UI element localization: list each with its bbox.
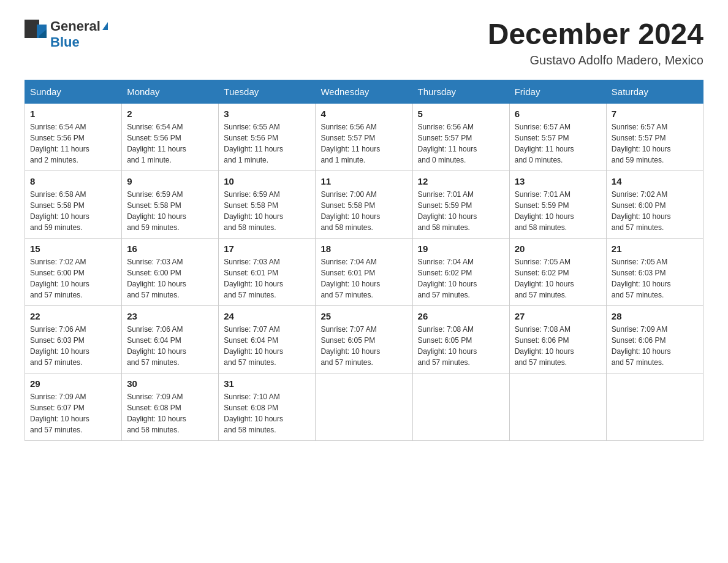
calendar-cell <box>509 373 606 440</box>
logo-general-text: General <box>50 18 100 34</box>
day-info: Sunrise: 6:56 AM Sunset: 5:57 PM Dayligh… <box>418 121 504 166</box>
day-info: Sunrise: 6:56 AM Sunset: 5:57 PM Dayligh… <box>320 121 407 166</box>
day-info: Sunrise: 7:09 AM Sunset: 6:08 PM Dayligh… <box>127 391 213 435</box>
day-number: 22 <box>30 311 116 321</box>
location-title: Gustavo Adolfo Madero, Mexico <box>488 53 703 67</box>
day-number: 13 <box>515 176 601 186</box>
logo-blue-text: Blue <box>50 34 80 50</box>
calendar-cell: 22 Sunrise: 7:06 AM Sunset: 6:03 PM Dayl… <box>25 305 122 373</box>
calendar-cell <box>316 373 412 440</box>
calendar-week-row: 1 Sunrise: 6:54 AM Sunset: 5:56 PM Dayli… <box>25 103 703 170</box>
day-info: Sunrise: 6:59 AM Sunset: 5:58 PM Dayligh… <box>224 189 310 233</box>
calendar-cell: 7 Sunrise: 6:57 AM Sunset: 5:57 PM Dayli… <box>606 103 703 170</box>
day-info: Sunrise: 7:01 AM Sunset: 5:59 PM Dayligh… <box>418 189 504 233</box>
day-info: Sunrise: 7:08 AM Sunset: 6:06 PM Dayligh… <box>515 324 601 368</box>
calendar-table: SundayMondayTuesdayWednesdayThursdayFrid… <box>25 80 703 441</box>
calendar-cell: 13 Sunrise: 7:01 AM Sunset: 5:59 PM Dayl… <box>509 170 606 238</box>
day-number: 17 <box>224 243 310 254</box>
logo: General Blue <box>25 18 108 51</box>
calendar-cell: 25 Sunrise: 7:07 AM Sunset: 6:05 PM Dayl… <box>316 305 412 373</box>
calendar-cell: 3 Sunrise: 6:55 AM Sunset: 5:56 PM Dayli… <box>219 103 316 170</box>
day-info: Sunrise: 7:00 AM Sunset: 5:58 PM Dayligh… <box>320 189 407 233</box>
col-header-tuesday: Tuesday <box>219 80 316 103</box>
calendar-cell: 1 Sunrise: 6:54 AM Sunset: 5:56 PM Dayli… <box>25 103 122 170</box>
logo-icon <box>25 20 47 49</box>
day-info: Sunrise: 6:55 AM Sunset: 5:56 PM Dayligh… <box>224 121 310 166</box>
calendar-cell: 30 Sunrise: 7:09 AM Sunset: 6:08 PM Dayl… <box>122 373 219 440</box>
day-number: 29 <box>30 378 116 389</box>
day-info: Sunrise: 7:05 AM Sunset: 6:02 PM Dayligh… <box>515 256 601 301</box>
calendar-cell: 17 Sunrise: 7:03 AM Sunset: 6:01 PM Dayl… <box>219 238 316 305</box>
title-section: December 2024 Gustavo Adolfo Madero, Mex… <box>488 18 703 67</box>
calendar-cell: 6 Sunrise: 6:57 AM Sunset: 5:57 PM Dayli… <box>509 103 606 170</box>
col-header-saturday: Saturday <box>606 80 703 103</box>
day-info: Sunrise: 7:08 AM Sunset: 6:05 PM Dayligh… <box>418 324 504 368</box>
calendar-week-row: 15 Sunrise: 7:02 AM Sunset: 6:00 PM Dayl… <box>25 238 703 305</box>
day-number: 9 <box>127 176 213 186</box>
calendar-week-row: 29 Sunrise: 7:09 AM Sunset: 6:07 PM Dayl… <box>25 373 703 440</box>
day-number: 25 <box>320 311 407 321</box>
day-number: 2 <box>127 109 213 119</box>
col-header-monday: Monday <box>122 80 219 103</box>
calendar-header-row: SundayMondayTuesdayWednesdayThursdayFrid… <box>25 80 703 103</box>
calendar-cell: 20 Sunrise: 7:05 AM Sunset: 6:02 PM Dayl… <box>509 238 606 305</box>
day-number: 24 <box>224 311 310 321</box>
day-info: Sunrise: 7:05 AM Sunset: 6:03 PM Dayligh… <box>612 256 698 301</box>
day-number: 23 <box>127 311 213 321</box>
day-number: 28 <box>612 311 698 321</box>
calendar-week-row: 8 Sunrise: 6:58 AM Sunset: 5:58 PM Dayli… <box>25 170 703 238</box>
day-number: 27 <box>515 311 601 321</box>
calendar-cell: 23 Sunrise: 7:06 AM Sunset: 6:04 PM Dayl… <box>122 305 219 373</box>
day-number: 6 <box>515 109 601 119</box>
day-info: Sunrise: 7:07 AM Sunset: 6:05 PM Dayligh… <box>320 324 407 368</box>
day-info: Sunrise: 6:54 AM Sunset: 5:56 PM Dayligh… <box>30 121 116 166</box>
calendar-cell <box>606 373 703 440</box>
day-info: Sunrise: 7:07 AM Sunset: 6:04 PM Dayligh… <box>224 324 310 368</box>
page-header: General Blue December 2024 Gustavo Adolf… <box>25 18 703 67</box>
day-info: Sunrise: 7:10 AM Sunset: 6:08 PM Dayligh… <box>224 391 310 435</box>
calendar-cell <box>412 373 509 440</box>
col-header-friday: Friday <box>509 80 606 103</box>
day-info: Sunrise: 6:57 AM Sunset: 5:57 PM Dayligh… <box>515 121 601 166</box>
day-info: Sunrise: 6:54 AM Sunset: 5:56 PM Dayligh… <box>127 121 213 166</box>
calendar-cell: 28 Sunrise: 7:09 AM Sunset: 6:06 PM Dayl… <box>606 305 703 373</box>
day-info: Sunrise: 7:02 AM Sunset: 6:00 PM Dayligh… <box>612 189 698 233</box>
calendar-cell: 18 Sunrise: 7:04 AM Sunset: 6:01 PM Dayl… <box>316 238 412 305</box>
calendar-cell: 19 Sunrise: 7:04 AM Sunset: 6:02 PM Dayl… <box>412 238 509 305</box>
day-number: 12 <box>418 176 504 186</box>
calendar-cell: 11 Sunrise: 7:00 AM Sunset: 5:58 PM Dayl… <box>316 170 412 238</box>
day-number: 4 <box>320 109 407 119</box>
day-info: Sunrise: 7:09 AM Sunset: 6:07 PM Dayligh… <box>30 391 116 435</box>
day-number: 15 <box>30 243 116 254</box>
day-number: 1 <box>30 109 116 119</box>
day-number: 8 <box>30 176 116 186</box>
col-header-sunday: Sunday <box>25 80 122 103</box>
day-info: Sunrise: 6:57 AM Sunset: 5:57 PM Dayligh… <box>612 121 698 166</box>
calendar-cell: 14 Sunrise: 7:02 AM Sunset: 6:00 PM Dayl… <box>606 170 703 238</box>
calendar-cell: 4 Sunrise: 6:56 AM Sunset: 5:57 PM Dayli… <box>316 103 412 170</box>
day-number: 19 <box>418 243 504 254</box>
day-number: 26 <box>418 311 504 321</box>
day-info: Sunrise: 7:03 AM Sunset: 6:01 PM Dayligh… <box>224 256 310 301</box>
calendar-cell: 21 Sunrise: 7:05 AM Sunset: 6:03 PM Dayl… <box>606 238 703 305</box>
day-info: Sunrise: 7:09 AM Sunset: 6:06 PM Dayligh… <box>612 324 698 368</box>
month-title: December 2024 <box>488 18 703 51</box>
calendar-cell: 2 Sunrise: 6:54 AM Sunset: 5:56 PM Dayli… <box>122 103 219 170</box>
day-info: Sunrise: 7:06 AM Sunset: 6:03 PM Dayligh… <box>30 324 116 368</box>
day-number: 31 <box>224 378 310 389</box>
calendar-cell: 12 Sunrise: 7:01 AM Sunset: 5:59 PM Dayl… <box>412 170 509 238</box>
day-number: 7 <box>612 109 698 119</box>
day-info: Sunrise: 6:59 AM Sunset: 5:58 PM Dayligh… <box>127 189 213 233</box>
calendar-cell: 8 Sunrise: 6:58 AM Sunset: 5:58 PM Dayli… <box>25 170 122 238</box>
calendar-week-row: 22 Sunrise: 7:06 AM Sunset: 6:03 PM Dayl… <box>25 305 703 373</box>
day-number: 21 <box>612 243 698 254</box>
calendar-cell: 31 Sunrise: 7:10 AM Sunset: 6:08 PM Dayl… <box>219 373 316 440</box>
calendar-cell: 16 Sunrise: 7:03 AM Sunset: 6:00 PM Dayl… <box>122 238 219 305</box>
calendar-cell: 27 Sunrise: 7:08 AM Sunset: 6:06 PM Dayl… <box>509 305 606 373</box>
day-info: Sunrise: 7:04 AM Sunset: 6:01 PM Dayligh… <box>320 256 407 301</box>
day-info: Sunrise: 7:03 AM Sunset: 6:00 PM Dayligh… <box>127 256 213 301</box>
day-number: 5 <box>418 109 504 119</box>
calendar-cell: 29 Sunrise: 7:09 AM Sunset: 6:07 PM Dayl… <box>25 373 122 440</box>
day-info: Sunrise: 7:01 AM Sunset: 5:59 PM Dayligh… <box>515 189 601 233</box>
day-info: Sunrise: 6:58 AM Sunset: 5:58 PM Dayligh… <box>30 189 116 233</box>
